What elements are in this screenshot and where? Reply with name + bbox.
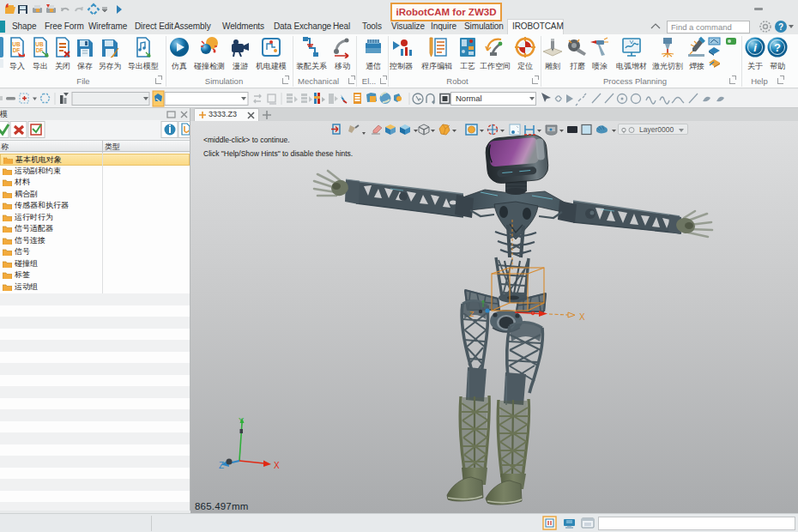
svg-text:X: X [274,461,280,470]
svg-text:Y: Y [239,415,245,425]
svg-text:?: ? [774,41,781,54]
svg-text:X: X [579,312,585,322]
svg-text:?: ? [778,22,783,32]
svg-text:i: i [753,41,757,54]
svg-text:Z: Z [219,461,224,470]
svg-text:Z: Z [469,310,475,318]
svg-text:UB: UB [12,41,21,47]
svg-text:DF: DF [13,47,21,53]
svg-text:UB: UB [35,41,44,47]
